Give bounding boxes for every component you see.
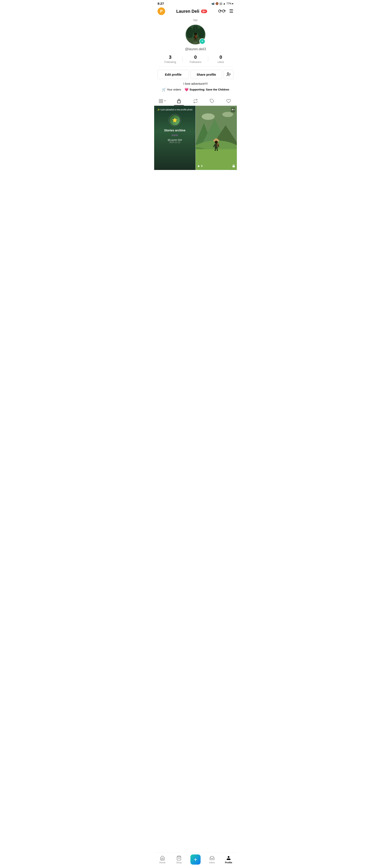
notification-badge[interactable]: 9+ bbox=[201, 9, 207, 13]
svg-rect-21 bbox=[161, 101, 162, 103]
charity-link-text: Supporting: Save the Children bbox=[189, 88, 229, 91]
stat-likes[interactable]: 0 Likes bbox=[208, 55, 234, 64]
nav-right-icons: ⟳⟳ ☰ bbox=[218, 8, 234, 14]
nav-title-group: Lauren Deli 9+ bbox=[176, 9, 207, 14]
svg-line-12 bbox=[194, 38, 195, 40]
svg-point-5 bbox=[193, 42, 198, 44]
svg-point-15 bbox=[227, 73, 229, 74]
svg-line-13 bbox=[196, 38, 197, 40]
following-count: 3 bbox=[169, 55, 172, 60]
tab-repost[interactable] bbox=[187, 97, 204, 105]
svg-marker-46 bbox=[198, 165, 200, 167]
profile-links-row: 🛒 Your orders 💗 Supporting: Save the Chi… bbox=[162, 88, 229, 92]
stories-upload-text: ✨ I just uploaded a new profile photo bbox=[157, 108, 192, 111]
top-nav: P Lauren Deli 9+ ⟳⟳ ☰ bbox=[154, 6, 237, 17]
nav-username: Lauren Deli bbox=[176, 9, 199, 14]
svg-point-2 bbox=[198, 27, 205, 39]
orders-link-text: Your orders bbox=[167, 88, 181, 91]
svg-point-33 bbox=[222, 112, 233, 117]
svg-point-1 bbox=[187, 27, 193, 39]
tab-tagged[interactable] bbox=[204, 97, 220, 105]
follow-button[interactable] bbox=[224, 70, 234, 79]
followers-count: 0 bbox=[194, 55, 197, 60]
stat-following[interactable]: 3 Following bbox=[157, 55, 183, 64]
profile-handle: @lauren.deli3 bbox=[185, 47, 206, 51]
nav-logo[interactable]: P bbox=[157, 7, 165, 15]
stories-chevrons-icon: ««« bbox=[172, 133, 178, 137]
tab-liked[interactable] bbox=[220, 97, 237, 105]
stories-star-icon: ⭐ bbox=[172, 118, 178, 123]
svg-rect-18 bbox=[159, 99, 160, 101]
video-overlay: 0 bbox=[196, 162, 237, 170]
analytics-icon[interactable]: ⟳⟳ bbox=[218, 8, 226, 14]
followers-label: Followers bbox=[189, 60, 202, 64]
svg-rect-20 bbox=[159, 101, 160, 103]
svg-line-42 bbox=[215, 148, 215, 151]
stories-archive-label: Stories archive bbox=[164, 129, 185, 132]
lock-icon bbox=[232, 164, 235, 168]
stories-username: @Lauren Deli bbox=[168, 138, 182, 141]
cart-icon: 🛒 bbox=[162, 88, 166, 92]
signal-icon: |||| bbox=[219, 2, 222, 5]
play-icon bbox=[198, 165, 200, 167]
svg-point-32 bbox=[202, 113, 215, 120]
svg-rect-22 bbox=[178, 101, 181, 103]
wifi-icon: ▲ bbox=[223, 2, 225, 5]
content-grid: ✨ I just uploaded a new profile photo ⭐ … bbox=[154, 106, 237, 170]
avatar-add-button[interactable]: + bbox=[199, 38, 205, 44]
svg-point-37 bbox=[215, 141, 217, 144]
stat-followers[interactable]: 0 Followers bbox=[183, 55, 208, 64]
status-bar: 8:27 📹 🔕 |||| ▲ 77%● bbox=[154, 0, 237, 6]
heart-icon: 💗 bbox=[184, 88, 189, 92]
profile-section: her bbox=[154, 17, 237, 97]
likes-count: 0 bbox=[219, 55, 222, 60]
play-count-number: 0 bbox=[201, 165, 203, 167]
charity-link[interactable]: 💗 Supporting: Save the Children bbox=[184, 88, 229, 92]
svg-line-43 bbox=[217, 148, 217, 151]
play-count: 0 bbox=[198, 165, 203, 167]
status-icons: 📹 🔕 |||| ▲ 77%● bbox=[211, 2, 234, 5]
svg-rect-19 bbox=[161, 99, 162, 101]
edit-profile-button[interactable]: Edit profile bbox=[157, 70, 189, 79]
svg-rect-47 bbox=[233, 165, 235, 167]
status-time: 8:27 bbox=[157, 2, 164, 5]
grid-item-video[interactable]: 0 bbox=[196, 106, 237, 170]
mute-icon: 🔕 bbox=[215, 2, 219, 5]
camera-icon: 📹 bbox=[211, 2, 215, 5]
likes-label: Likes bbox=[217, 60, 224, 64]
orders-link[interactable]: 🛒 Your orders bbox=[162, 88, 181, 92]
content-tabs bbox=[154, 97, 237, 106]
stats-row: 3 Following 0 Followers 0 Likes bbox=[157, 55, 234, 67]
tab-locked[interactable] bbox=[171, 97, 187, 105]
battery-icon: 77%● bbox=[227, 2, 234, 5]
share-profile-button[interactable]: Share profile bbox=[191, 70, 222, 79]
avatar-wrapper: + bbox=[185, 24, 206, 45]
tab-posts[interactable] bbox=[154, 97, 171, 105]
grid-item-stories[interactable]: ✨ I just uploaded a new profile photo ⭐ … bbox=[154, 106, 196, 170]
profile-subtitle: her bbox=[193, 19, 198, 22]
add-user-icon bbox=[226, 72, 231, 77]
following-label: Following bbox=[164, 60, 176, 64]
stories-date: 2024-11-13 bbox=[170, 141, 180, 144]
svg-point-7 bbox=[194, 33, 197, 35]
action-buttons-row: Edit profile Share profile bbox=[157, 70, 234, 79]
mute-video-icon bbox=[231, 107, 235, 112]
menu-icon[interactable]: ☰ bbox=[229, 8, 234, 14]
video-thumbnail bbox=[196, 106, 237, 170]
profile-bio: I love adventure!!!! bbox=[183, 82, 208, 85]
